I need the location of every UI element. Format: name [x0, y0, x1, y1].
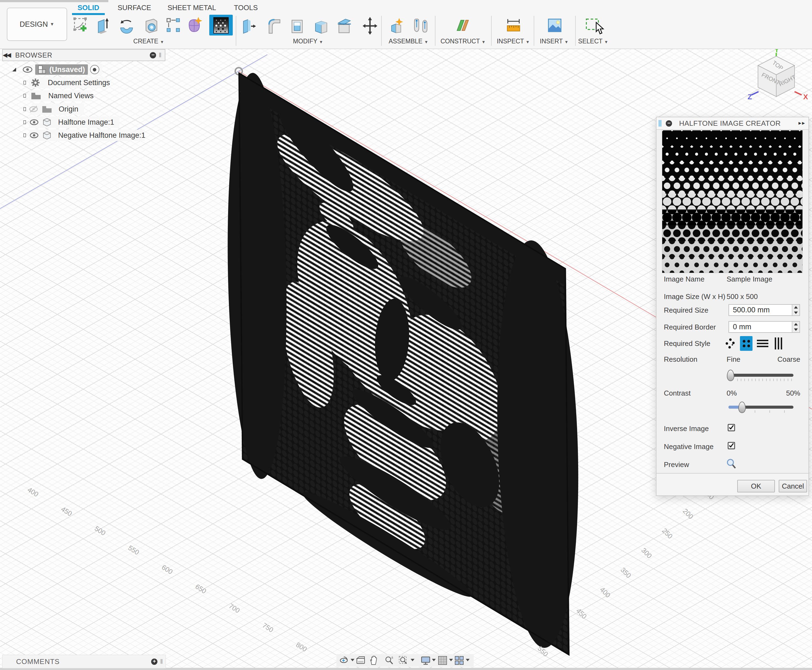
visibility-off-eye-icon[interactable] [29, 106, 39, 113]
group-construct[interactable]: CONSTRUCT ▼ [438, 37, 487, 45]
cancel-button[interactable]: Cancel [779, 480, 807, 492]
chevron-down-icon[interactable] [350, 659, 354, 661]
style-scatter-dots[interactable] [724, 336, 737, 351]
sweep-icon[interactable] [143, 16, 159, 34]
panel-minimize-icon[interactable]: − [666, 120, 672, 127]
create-sketch-icon[interactable] [72, 16, 88, 34]
tab-sheet-metal[interactable]: SHEET METAL [167, 2, 217, 13]
panel-grip-icon[interactable]: ‖ [160, 658, 163, 665]
orbit-icon[interactable] [339, 656, 348, 665]
chevron-down-icon[interactable] [466, 659, 470, 661]
browser-row-negative-halftone-image[interactable]: Negative Halftone Image:1 [23, 130, 145, 141]
required-size-input[interactable]: 500.00 mm [729, 304, 800, 316]
halftone-model[interactable] [226, 56, 580, 670]
browser-title: BROWSER [15, 51, 52, 59]
extrude-icon[interactable] [95, 16, 111, 34]
style-horizontal-lines[interactable] [756, 336, 769, 351]
new-component-icon[interactable] [389, 16, 404, 34]
required-border-input[interactable]: 0 mm [729, 321, 800, 333]
style-vertical-lines[interactable] [772, 336, 785, 351]
undock-chevrons-icon[interactable]: ►► [798, 120, 805, 126]
chevron-down-icon[interactable] [449, 659, 453, 661]
comments-bar[interactable]: COMMENTS + ‖ [2, 655, 166, 668]
group-modify[interactable]: MODIFY ▼ [292, 37, 325, 45]
toolbar-divider [534, 16, 534, 46]
combine-icon[interactable] [313, 16, 329, 34]
group-create[interactable]: CREATE ▼ [132, 37, 165, 45]
look-at-icon[interactable] [356, 656, 365, 665]
activate-component-radio[interactable] [90, 65, 99, 74]
display-settings-icon[interactable] [421, 656, 430, 665]
browser-row-halftone-image[interactable]: Halftone Image:1 [23, 117, 114, 128]
viewports-icon[interactable] [455, 656, 464, 665]
shell-icon[interactable] [289, 16, 305, 34]
tab-surface[interactable]: SURFACE [118, 2, 151, 13]
spinner-stepper[interactable] [792, 305, 799, 315]
dialog-grip-icon[interactable] [659, 120, 660, 127]
inverse-image-checkbox[interactable] [728, 424, 735, 431]
form-icon[interactable] [186, 16, 202, 34]
tab-tools[interactable]: TOOLS [232, 2, 259, 13]
tab-solid[interactable]: SOLID [72, 2, 105, 13]
pan-icon[interactable] [369, 656, 378, 665]
spinner-stepper[interactable] [792, 321, 799, 332]
grid-settings-icon[interactable] [438, 656, 447, 665]
chevron-down-icon: ▼ [160, 39, 164, 44]
panel-grip-icon[interactable]: ‖ [159, 51, 162, 59]
revolve-icon[interactable] [118, 16, 134, 34]
collapsed-arrow-icon[interactable] [24, 134, 26, 137]
group-insert[interactable]: INSERT ▼ [538, 37, 570, 45]
collapsed-arrow-icon[interactable] [24, 81, 26, 85]
panel-minimize-icon[interactable]: − [150, 52, 156, 58]
browser-row-document-settings[interactable]: Document Settings [23, 77, 110, 88]
zoom-window-icon[interactable] [399, 656, 408, 665]
visibility-eye-icon[interactable] [23, 66, 32, 73]
fusion360-window: 400 450 500 550 600 650 700 750 800 150 … [0, 0, 812, 670]
split-body-icon[interactable] [336, 16, 352, 34]
select-icon[interactable] [585, 16, 601, 34]
browser-panel-header[interactable]: ◀◀ BROWSER − ‖ [2, 49, 165, 61]
add-comment-icon[interactable]: + [151, 658, 157, 665]
group-assemble[interactable]: ASSEMBLE ▼ [387, 37, 430, 45]
resolution-slider-track[interactable] [729, 374, 793, 377]
move-copy-icon[interactable] [362, 16, 378, 34]
resolution-slider-thumb[interactable] [727, 370, 734, 381]
viewcube[interactable]: Y X Z TOP FRONT RIGHT [748, 49, 810, 111]
visibility-eye-icon[interactable] [30, 132, 39, 139]
z-axis-label: Z [748, 93, 752, 101]
contrast-slider-thumb[interactable] [738, 401, 746, 413]
halftone-image-icon[interactable] [213, 17, 229, 34]
group-select[interactable]: SELECT ▼ [577, 37, 609, 45]
inverse-image-label: Inverse Image [664, 425, 709, 433]
toolbar-divider [236, 16, 236, 46]
group-inspect[interactable]: INSPECT ▼ [494, 37, 532, 45]
insert-image-icon[interactable] [547, 16, 563, 34]
collapse-panel-icon[interactable]: ◀◀ [3, 52, 10, 59]
zoom-icon[interactable]: ± [384, 656, 394, 665]
magnifier-icon[interactable] [726, 458, 737, 470]
construction-plane-icon[interactable] [455, 16, 471, 34]
collapsed-arrow-icon[interactable] [24, 107, 26, 111]
pattern-icon[interactable] [165, 16, 181, 34]
press-pull-icon[interactable] [241, 16, 257, 34]
ok-button[interactable]: OK [737, 480, 775, 492]
expanded-arrow-icon[interactable] [12, 68, 17, 72]
chevron-down-icon[interactable] [411, 659, 414, 661]
chevron-down-icon[interactable] [432, 659, 436, 661]
preview-label: Preview [664, 460, 689, 469]
workspace-switcher[interactable]: DESIGN ▼ [7, 8, 67, 41]
joint-icon[interactable] [413, 16, 429, 34]
collapsed-arrow-icon[interactable] [24, 94, 26, 98]
document-root-selected[interactable]: (Unsaved) [35, 64, 88, 75]
fillet-icon[interactable] [266, 16, 282, 34]
style-square-dots-selected[interactable] [740, 336, 753, 351]
negative-image-checkbox[interactable] [728, 442, 735, 449]
browser-row-origin[interactable]: Origin [23, 103, 78, 115]
visibility-eye-icon[interactable] [30, 119, 39, 125]
dialog-header[interactable]: − HALFTONE IMAGE CREATOR ►► [656, 117, 809, 130]
browser-row-root[interactable]: (Unsaved) [12, 64, 99, 75]
browser-row-named-views[interactable]: Named Views [23, 90, 93, 102]
image-name-label: Image Name [664, 275, 704, 283]
collapsed-arrow-icon[interactable] [24, 120, 26, 124]
measure-icon[interactable] [506, 16, 521, 34]
